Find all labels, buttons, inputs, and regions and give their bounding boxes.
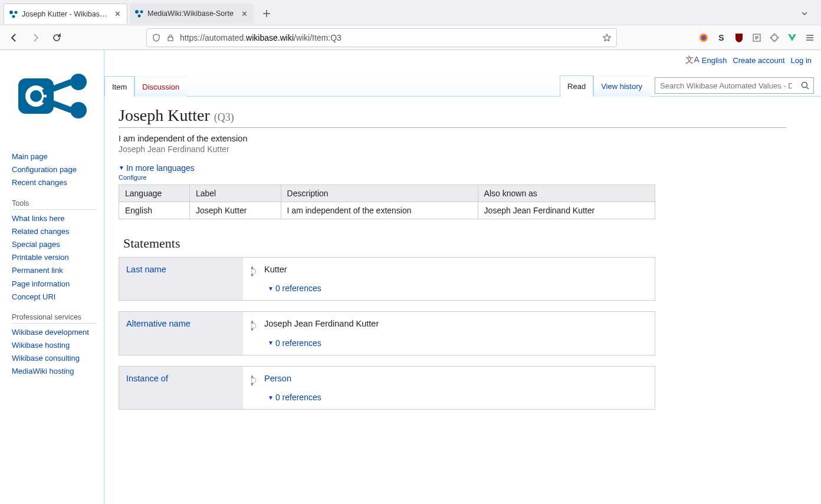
sidebar-nav-link-0[interactable]: Main page xyxy=(12,152,48,161)
svg-point-0 xyxy=(9,11,13,14)
sidebar-nav-link-1[interactable]: Configuration page xyxy=(12,165,77,174)
star-icon[interactable] xyxy=(602,33,612,42)
more-languages-toggle[interactable]: ▼ In more languages xyxy=(119,163,195,173)
term-header-aka: Also known as xyxy=(478,185,655,202)
browser-chrome: Joseph Kutter - Wikibase A ✕ MediaWiki:W… xyxy=(0,0,821,50)
sidebar-pro-link-2[interactable]: Wikibase consulting xyxy=(12,354,80,363)
page-tabs: Item Discussion Read View history xyxy=(104,75,821,97)
sidebar-tools-link-6[interactable]: Concept URI xyxy=(12,292,55,301)
termbox-cell-aka: Joseph Jean Ferdinand Kutter xyxy=(478,202,655,219)
language-link[interactable]: English xyxy=(702,56,727,65)
svg-rect-6 xyxy=(168,37,173,41)
term-header-description: Description xyxy=(281,185,478,202)
chevron-down-icon: ▼ xyxy=(268,285,274,292)
sidebar-pro-link-0[interactable]: Wikibase development xyxy=(12,328,89,337)
create-account-link[interactable]: Create account xyxy=(733,56,784,65)
login-link[interactable]: Log in xyxy=(791,56,812,65)
svg-point-13 xyxy=(70,74,87,90)
svg-point-15 xyxy=(802,83,807,88)
statement: Last name▴▢▾Kutter▼0 references xyxy=(119,257,655,301)
language-icon: 文A xyxy=(685,55,699,65)
reload-button[interactable] xyxy=(48,29,65,46)
configure-link[interactable]: Configure xyxy=(119,174,786,181)
termbox-cell-desc: I am independent of the extension xyxy=(281,202,478,219)
browser-tab-active[interactable]: Joseph Kutter - Wikibase A ✕ xyxy=(4,4,127,24)
wikibase-favicon xyxy=(134,9,144,18)
browser-tab-title: Joseph Kutter - Wikibase A xyxy=(22,10,109,18)
close-icon[interactable]: ✕ xyxy=(113,9,122,19)
svg-point-8 xyxy=(701,35,706,40)
sidebar-pro-link-1[interactable]: Wikibase hosting xyxy=(12,341,70,350)
svg-point-4 xyxy=(140,11,143,14)
statement-value-link[interactable]: Person xyxy=(264,374,291,383)
statement-value: Joseph Jean Ferdinand Kutter xyxy=(264,319,648,331)
lock-icon xyxy=(166,33,175,42)
sidebar-tools-link-0[interactable]: What links here xyxy=(12,214,65,223)
tab-view-history[interactable]: View history xyxy=(593,75,650,97)
vue-icon[interactable] xyxy=(787,32,797,43)
extensions-icon[interactable] xyxy=(769,32,780,43)
statement-property-link[interactable]: Instance of xyxy=(126,374,168,383)
wikibase-logo[interactable] xyxy=(12,62,91,133)
rank-selector-icon[interactable]: ▴▢▾ xyxy=(248,319,258,331)
firefox-logo-icon[interactable] xyxy=(698,32,709,43)
page-title: Joseph Kutter (Q3) xyxy=(119,106,786,128)
search-input[interactable] xyxy=(655,81,797,90)
tab-read[interactable]: Read xyxy=(560,75,593,97)
statement-value: Kutter xyxy=(264,265,648,277)
termbox-cell-lang: English xyxy=(119,202,190,219)
sidebar-tools-link-3[interactable]: Printable version xyxy=(12,253,69,262)
url-bar[interactable]: https://automated.wikibase.wiki/wiki/Ite… xyxy=(146,28,617,47)
chevron-down-icon: ▼ xyxy=(119,164,124,171)
search-box xyxy=(655,77,814,94)
termbox-row: EnglishJoseph KutterI am independent of … xyxy=(119,202,655,219)
browser-toolbar: https://automated.wikibase.wiki/wiki/Ite… xyxy=(0,25,821,50)
extension-s-icon[interactable]: S xyxy=(716,32,727,43)
tab-item[interactable]: Item xyxy=(104,76,134,97)
svg-point-14 xyxy=(70,102,87,118)
tab-discussion[interactable]: Discussion xyxy=(134,76,187,97)
sidebar-heading-pro: Professional services xyxy=(12,309,97,324)
url-text: https://automated.wikibase.wiki/wiki/Ite… xyxy=(180,33,597,42)
references-toggle[interactable]: ▼0 references xyxy=(268,393,321,402)
term-header-language: Language xyxy=(119,185,190,202)
statement-property-link[interactable]: Last name xyxy=(126,265,166,274)
references-toggle[interactable]: ▼0 references xyxy=(268,284,321,293)
statement-property-link[interactable]: Alternative name xyxy=(126,319,191,328)
wikibase-favicon xyxy=(9,9,18,19)
item-aliases: Joseph Jean Ferdinand Kutter xyxy=(119,144,786,154)
item-description: I am independent of the extension xyxy=(119,134,786,143)
sidebar-tools-link-1[interactable]: Related changes xyxy=(12,227,70,236)
item-qid: (Q3) xyxy=(214,111,234,123)
close-icon[interactable]: ✕ xyxy=(239,9,249,18)
sidebar-nav-link-2[interactable]: Recent changes xyxy=(12,178,67,187)
statement: Instance of▴▢▾Person▼0 references xyxy=(119,366,655,410)
list-tabs-button[interactable] xyxy=(796,5,813,22)
chevron-down-icon: ▼ xyxy=(268,394,274,401)
shield-icon xyxy=(152,33,161,42)
forward-button[interactable] xyxy=(27,29,44,46)
references-toggle[interactable]: ▼0 references xyxy=(268,338,321,348)
rank-selector-icon[interactable]: ▴▢▾ xyxy=(248,265,258,277)
sidebar-tools-link-2[interactable]: Special pages xyxy=(12,240,60,249)
svg-point-1 xyxy=(15,11,18,14)
menu-icon[interactable] xyxy=(804,32,815,43)
sidebar-tools-link-4[interactable]: Permanent link xyxy=(12,266,63,275)
term-header-label: Label xyxy=(189,185,281,202)
sidebar: Main pageConfiguration pageRecent change… xyxy=(0,50,104,504)
tab-bar: Joseph Kutter - Wikibase A ✕ MediaWiki:W… xyxy=(0,0,821,25)
svg-point-12 xyxy=(30,90,42,102)
reader-icon[interactable] xyxy=(751,32,762,43)
statements-heading: Statements xyxy=(123,236,786,251)
back-button[interactable] xyxy=(6,29,22,46)
termbox-cell-label: Joseph Kutter xyxy=(189,202,281,219)
sidebar-tools-link-5[interactable]: Page information xyxy=(12,279,70,288)
browser-tab-inactive[interactable]: MediaWiki:Wikibase-Sorte ✕ xyxy=(130,4,254,24)
sidebar-pro-link-3[interactable]: MediaWiki hosting xyxy=(12,367,74,375)
ublock-icon[interactable] xyxy=(734,32,744,43)
top-links: 文A English Create account Log in xyxy=(685,55,812,65)
rank-selector-icon[interactable]: ▴▢▾ xyxy=(248,374,258,386)
new-tab-button[interactable] xyxy=(258,5,275,22)
search-button[interactable] xyxy=(797,78,813,93)
sidebar-heading-tools: Tools xyxy=(12,196,97,210)
